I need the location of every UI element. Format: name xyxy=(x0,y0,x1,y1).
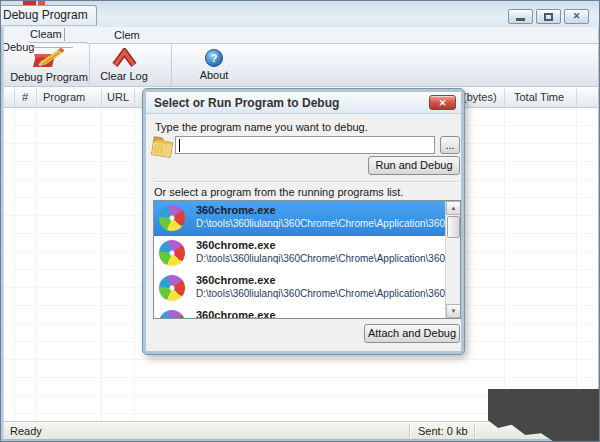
360chrome-icon xyxy=(159,275,185,301)
minimize-icon xyxy=(516,18,525,21)
list-scrollbar[interactable]: ▲ ▼ xyxy=(445,201,460,318)
running-programs-label: Or select a program from the running pro… xyxy=(154,186,403,198)
list-item-program[interactable]: 360chrome.exe D:\tools\360liulanqi\360Ch… xyxy=(154,236,447,271)
tab-debug-program[interactable]: Debug Program xyxy=(0,5,97,26)
program-name: 360chrome.exe xyxy=(196,239,276,251)
glitch-tick xyxy=(64,28,65,41)
dialog-separator xyxy=(154,181,460,183)
grid-column-line xyxy=(101,108,102,421)
ribbon-band xyxy=(1,27,600,44)
running-programs-list[interactable]: 360chrome.exe D:\tools\360liulanqi\360Ch… xyxy=(153,200,461,319)
browse-button[interactable]: ... xyxy=(440,136,460,154)
about-question-icon: ? xyxy=(205,49,223,67)
column-header-url[interactable]: URL xyxy=(107,91,129,103)
column-separator xyxy=(134,89,135,106)
list-item-program[interactable]: 360chrome.exe D:\tools\360liulanqi\360Ch… xyxy=(154,306,447,319)
360chrome-icon xyxy=(159,205,185,231)
grid-column-line xyxy=(36,108,37,421)
debug-program-button[interactable]: Debug Program xyxy=(7,46,91,83)
select-program-dialog: Select or Run Program to Debug ✕ Type th… xyxy=(143,89,464,354)
program-path: D:\tools\360liulanqi\360Chrome\Chrome\Ap… xyxy=(196,288,461,299)
close-icon: ✕ xyxy=(573,12,581,21)
about-button[interactable]: ? About xyxy=(187,49,241,81)
360chrome-icon xyxy=(159,240,185,266)
app-window: Debug Program ✕ Cleam Clem Debug Debug P… xyxy=(0,0,600,442)
program-path: D:\tools\360liulanqi\360Chrome\Chrome\Ap… xyxy=(196,253,461,264)
maximize-button[interactable] xyxy=(536,9,561,24)
status-separator xyxy=(409,424,410,438)
close-button[interactable]: ✕ xyxy=(564,9,589,24)
column-separator xyxy=(36,89,37,106)
360chrome-icon xyxy=(159,310,185,319)
toolbar-separator xyxy=(171,45,172,85)
debug-program-icon xyxy=(29,46,69,69)
column-separator xyxy=(576,89,577,106)
program-name-input[interactable] xyxy=(175,136,435,154)
folder-icon xyxy=(149,132,176,161)
about-label: About xyxy=(200,69,229,81)
program-name: 360chrome.exe xyxy=(196,274,276,286)
window-controls: ✕ xyxy=(508,9,589,24)
column-separator xyxy=(14,89,15,106)
list-item-program[interactable]: 360chrome.exe D:\tools\360liulanqi\360Ch… xyxy=(154,201,447,236)
status-ready-text: Ready xyxy=(10,425,42,437)
column-header-program[interactable]: Program xyxy=(43,91,85,103)
dialog-title: Select or Run Program to Debug xyxy=(146,92,461,114)
scroll-up-button[interactable]: ▲ xyxy=(446,201,461,215)
clear-log-icon xyxy=(111,48,138,68)
scroll-down-button[interactable]: ▼ xyxy=(446,304,461,318)
grid-column-line xyxy=(134,108,135,421)
program-name: 360chrome.exe xyxy=(196,204,276,216)
program-path: D:\tools\360liulanqi\360Chrome\Chrome\Ap… xyxy=(196,218,461,229)
ribbon-fragment-cleam: Cleam xyxy=(30,28,62,40)
grid-column-line xyxy=(576,108,577,421)
column-header-number[interactable]: # xyxy=(22,91,28,103)
scrollbar-thumb[interactable] xyxy=(447,216,460,238)
type-program-label: Type the program name you want to debug. xyxy=(155,121,368,133)
run-and-debug-button[interactable]: Run and Debug xyxy=(368,156,460,175)
column-separator xyxy=(101,89,102,106)
grid-column-line xyxy=(14,108,15,421)
text-caret xyxy=(179,139,180,152)
status-separator xyxy=(474,424,475,438)
program-name: 360chrome.exe xyxy=(196,309,276,319)
column-header-total-time[interactable]: Total Time xyxy=(514,91,564,103)
minimize-button[interactable] xyxy=(508,9,533,24)
clear-log-button[interactable]: Clear Log xyxy=(93,48,155,82)
window-border-left xyxy=(1,27,4,439)
grid-column-line xyxy=(504,108,505,421)
glitch-line xyxy=(29,42,87,43)
attach-and-debug-button[interactable]: Attach and Debug xyxy=(364,324,460,343)
column-separator xyxy=(504,89,505,106)
debug-program-label: Debug Program xyxy=(10,71,88,83)
ribbon-bottom-line xyxy=(87,43,600,44)
column-header-bytes[interactable]: (bytes) xyxy=(463,91,497,103)
clear-log-label: Clear Log xyxy=(100,70,148,82)
status-sent-text: Sent: 0 kb xyxy=(418,425,468,437)
ribbon-fragment-clem: Clem xyxy=(114,29,140,41)
maximize-icon xyxy=(544,13,553,21)
dialog-close-button[interactable]: ✕ xyxy=(429,95,456,110)
list-item-program[interactable]: 360chrome.exe D:\tools\360liulanqi\360Ch… xyxy=(154,271,447,306)
